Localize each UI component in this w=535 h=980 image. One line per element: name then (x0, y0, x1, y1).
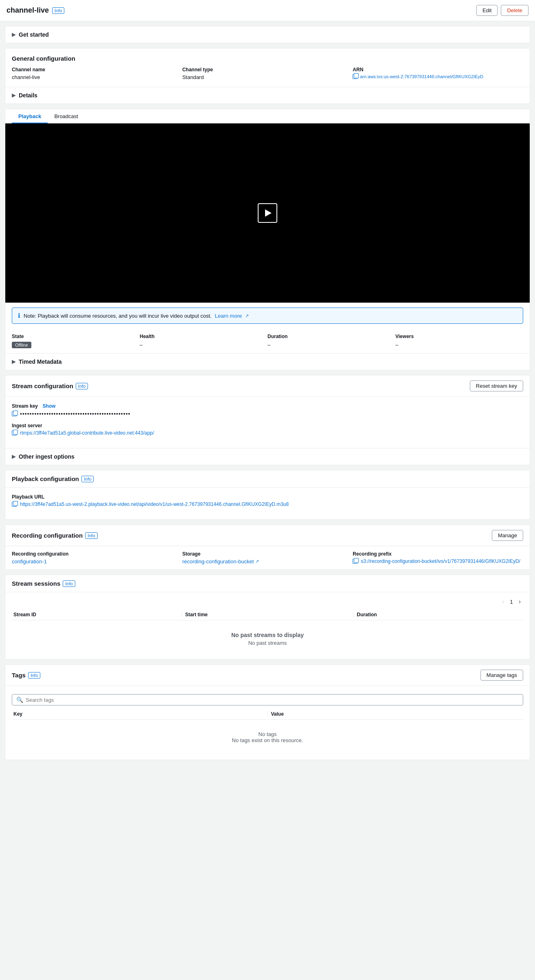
timed-metadata-chevron: ▶ (12, 359, 15, 365)
tags-search-bar[interactable]: 🔍 (12, 694, 523, 705)
tags-section: Tags Info Manage tags 🔍 Key Value No tag… (5, 664, 530, 760)
page-number: 1 (510, 599, 513, 605)
recording-config-header: Recording configuration Info Manage (5, 525, 530, 546)
stream-config-body: Stream key Show ••••••••••••••••••••••••… (5, 397, 530, 448)
storage-label: Storage (182, 551, 353, 557)
general-config-section: General configuration Channel name chann… (5, 48, 530, 104)
note-text: Note: Playback will consume resources, a… (24, 313, 212, 319)
stream-sessions-title: Stream sessions (12, 580, 60, 587)
channel-type-label: Channel type (182, 67, 353, 73)
details-chevron: ▶ (12, 92, 15, 98)
tags-empty-state: No tags No tags exist on this resource. (12, 721, 523, 753)
prefix-text: s3://recording-configuration-bucket/ivs/… (361, 558, 520, 564)
ingest-copy-icon[interactable] (12, 431, 17, 435)
recording-config-info[interactable]: Info (85, 532, 97, 539)
viewers-value: – (395, 342, 523, 348)
edit-button[interactable]: Edit (476, 5, 498, 16)
channel-name-value: channel-live (12, 74, 182, 80)
play-button[interactable] (258, 203, 277, 223)
get-started-header[interactable]: ▶ Get started (5, 26, 530, 43)
video-player[interactable] (5, 123, 530, 303)
viewers-label: Viewers (395, 334, 523, 339)
duration-value: – (268, 342, 395, 348)
info-badge[interactable]: Info (52, 7, 64, 14)
sessions-empty-sub: No past streams (22, 640, 513, 646)
channel-name-label: Channel name (12, 67, 182, 73)
stream-sessions-section: Stream sessions Info ‹ 1 › Stream ID Sta… (5, 575, 530, 659)
channel-name-item: Channel name channel-live (12, 67, 182, 80)
playback-config-info[interactable]: Info (81, 476, 94, 482)
stream-key-copy-icon[interactable] (12, 411, 17, 416)
search-input[interactable] (26, 697, 519, 703)
general-config-title: General configuration (12, 55, 523, 62)
stream-key-value: ••••••••••••••••••••••••••••••••••••••••… (12, 411, 523, 417)
col-start-time: Start time (184, 612, 352, 617)
state-value: Offline (12, 342, 140, 348)
duration-stat: Duration – (268, 334, 395, 348)
stream-sessions-header: Stream sessions Info (5, 575, 530, 592)
prefix-copy-icon[interactable] (353, 559, 357, 564)
playback-section: Playback Broadcast ℹ Note: Playback will… (5, 109, 530, 370)
tab-broadcast[interactable]: Broadcast (48, 109, 85, 123)
note-info-icon: ℹ (18, 312, 20, 319)
ingest-server-value: rtmps://3ff4e7ad51a5.global-contribute.l… (12, 430, 523, 436)
details-header[interactable]: ▶ Details (5, 87, 530, 103)
playback-url-copy-icon[interactable] (12, 502, 17, 507)
stream-key-label: Stream key Show (12, 403, 523, 409)
col-value: Value (270, 711, 524, 717)
arn-copy-icon[interactable] (353, 74, 357, 79)
search-icon: 🔍 (16, 697, 23, 703)
stream-key-group: Stream key Show ••••••••••••••••••••••••… (12, 403, 523, 417)
recording-config-section: Recording configuration Info Manage Reco… (5, 525, 530, 570)
stream-config-section: Stream configuration Info Reset stream k… (5, 375, 530, 465)
sessions-table-header: Stream ID Start time Duration (12, 609, 523, 620)
other-ingest-header[interactable]: ▶ Other ingest options (5, 448, 530, 465)
pagination: ‹ 1 › (12, 595, 523, 609)
playback-config-title: Playback configuration (12, 475, 79, 482)
other-ingest-label: Other ingest options (19, 453, 75, 460)
playback-url-label: Playback URL (12, 494, 523, 500)
tab-playback[interactable]: Playback (12, 109, 48, 123)
playback-config-header: Playback configuration Info (5, 470, 530, 487)
tags-empty-sub: No tags exist on this resource. (22, 737, 513, 743)
next-page-button[interactable]: › (516, 597, 523, 606)
recording-config-value[interactable]: configuration-1 (12, 558, 47, 565)
health-label: Health (140, 334, 268, 339)
stream-sessions-body: ‹ 1 › Stream ID Start time Duration No p… (5, 592, 530, 659)
other-ingest-chevron: ▶ (12, 454, 15, 459)
arn-value: arn:aws:ivs:us-west-2:767397931446:chann… (353, 74, 523, 79)
tabs: Playback Broadcast (5, 109, 530, 123)
col-key: Key (12, 711, 266, 717)
channel-type-value: Standard (182, 74, 353, 80)
stream-sessions-info[interactable]: Info (63, 580, 75, 587)
viewers-stat: Viewers – (395, 334, 523, 348)
show-link[interactable]: Show (42, 403, 55, 409)
manage-recording-button[interactable]: Manage (492, 530, 523, 541)
general-config-body: General configuration Channel name chann… (5, 48, 530, 87)
stream-key-dots: ••••••••••••••••••••••••••••••••••••••••… (20, 411, 130, 417)
storage-value[interactable]: recording-configuration-bucket (182, 558, 254, 565)
learn-more-link[interactable]: Learn more (215, 313, 242, 319)
col-divider-1 (182, 612, 182, 617)
playback-url-text: https://3ff4e7ad51a5.us-west-2.playback.… (20, 501, 289, 507)
storage-value-row: recording-configuration-bucket ↗ (182, 558, 353, 565)
config-row: Channel name channel-live Channel type S… (12, 67, 523, 80)
stream-config-info[interactable]: Info (76, 383, 88, 389)
channel-type-item: Channel type Standard (182, 67, 353, 80)
storage-col: Storage recording-configuration-bucket ↗ (182, 551, 353, 565)
top-bar-actions: Edit Delete (476, 5, 528, 16)
health-stat: Health – (140, 334, 268, 348)
delete-button[interactable]: Delete (501, 5, 528, 16)
tags-empty-title: No tags (22, 731, 513, 737)
get-started-label: Get started (19, 31, 49, 38)
col-duration: Duration (355, 612, 523, 617)
timed-metadata-header[interactable]: ▶ Timed Metadata (5, 354, 530, 370)
prefix-col: Recording prefix s3://recording-configur… (353, 551, 523, 565)
storage-external-icon: ↗ (255, 559, 259, 564)
manage-tags-button[interactable]: Manage tags (480, 670, 523, 681)
prev-page-button[interactable]: ‹ (500, 597, 506, 606)
reset-stream-key-button[interactable]: Reset stream key (470, 380, 523, 391)
recording-config-label: Recording configuration (12, 551, 182, 557)
prefix-label: Recording prefix (353, 551, 523, 557)
tags-info[interactable]: Info (28, 672, 40, 679)
